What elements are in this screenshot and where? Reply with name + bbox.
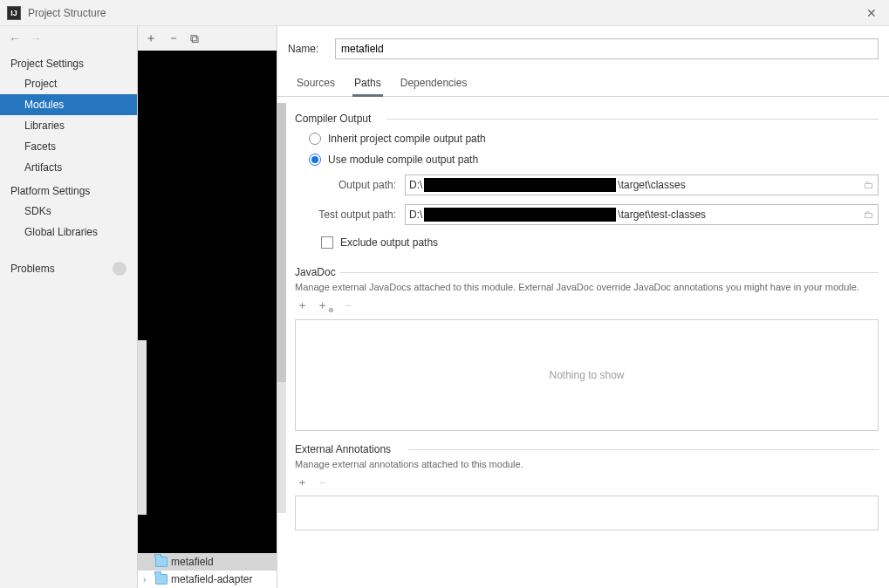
radio-inherit-label: Inherit project compile output path (328, 133, 486, 145)
javadoc-add-icon[interactable]: ＋ (297, 297, 308, 314)
scrollbar[interactable] (277, 103, 286, 513)
section-header-project-settings: Project Settings (0, 51, 137, 73)
external-annotations-section: External Annotations Manage external ann… (295, 443, 879, 530)
nav-project[interactable]: Project (0, 73, 137, 94)
nav-problems-label: Problems (10, 263, 55, 275)
tree-item-label: metafield (171, 556, 214, 568)
javadoc-desc: Manage external JavaDocs attached to thi… (295, 278, 879, 294)
name-label: Name: (288, 43, 325, 55)
test-output-path-row: Test output path: D:\ \target\test-class… (295, 200, 879, 229)
close-icon[interactable]: ✕ (861, 6, 882, 20)
exclude-output-row[interactable]: Exclude output paths (295, 229, 879, 254)
javadoc-toolbar: ＋ ＋⊕ － (295, 294, 879, 318)
remove-module-icon[interactable]: － (168, 31, 180, 46)
radio-inherit[interactable] (309, 133, 321, 145)
output-path-label: Output path: (309, 179, 396, 191)
nav-artifacts[interactable]: Artifacts (0, 157, 137, 178)
javadoc-list: Nothing to show (295, 319, 879, 431)
chevron-right-icon[interactable]: › (143, 575, 152, 585)
module-folder-icon (155, 574, 168, 585)
output-path-row: Output path: D:\ \target\classes 🗀 (295, 170, 879, 200)
redacted-path-segment (424, 208, 616, 222)
exclude-output-checkbox[interactable] (321, 236, 333, 249)
output-path-input[interactable]: D:\ \target\classes 🗀 (405, 174, 879, 195)
settings-sidebar: ← → Project Settings Project Modules Lib… (0, 26, 138, 588)
titlebar: IJ Project Structure ✕ (0, 0, 889, 26)
browse-folder-icon[interactable]: 🗀 (864, 179, 874, 191)
paths-panel: Compiler Output Inherit project compile … (277, 97, 889, 530)
extann-desc: Manage external annotations attached to … (295, 455, 879, 471)
output-path-prefix: D:\ (409, 179, 422, 191)
section-header-platform-settings: Platform Settings (0, 178, 137, 201)
test-output-path-suffix: \target\test-classes (618, 209, 706, 221)
module-name-input[interactable] (335, 38, 879, 59)
test-output-path-label: Test output path: (309, 209, 396, 221)
test-output-path-prefix: D:\ (409, 209, 422, 221)
module-tree-toolbar: ＋ － ⧉ (138, 26, 277, 51)
javadoc-empty-text: Nothing to show (549, 369, 624, 381)
redacted-area (138, 51, 277, 553)
compiler-output-title: Compiler Output (295, 113, 879, 125)
redacted-path-segment (424, 178, 616, 192)
problems-count-badge (113, 262, 127, 276)
tab-dependencies[interactable]: Dependencies (399, 73, 469, 96)
nav-history: ← → (0, 26, 137, 51)
module-tree: metafield › metafield-adapter (138, 51, 277, 588)
nav-sdks[interactable]: SDKs (0, 201, 137, 222)
nav-facets[interactable]: Facets (0, 136, 137, 157)
add-module-icon[interactable]: ＋ (145, 31, 157, 46)
javadoc-remove-icon: － (343, 297, 354, 314)
extann-remove-icon: － (317, 475, 328, 490)
window-title: Project Structure (28, 7, 861, 19)
module-detail-panel: Name: Sources Paths Dependencies Compile… (277, 26, 889, 588)
tab-paths[interactable]: Paths (352, 73, 383, 96)
module-folder-icon (155, 557, 168, 567)
test-output-path-input[interactable]: D:\ \target\test-classes 🗀 (405, 204, 879, 225)
tree-item-metafield[interactable]: metafield (138, 553, 277, 571)
main-layout: ← → Project Settings Project Modules Lib… (0, 26, 889, 588)
nav-problems[interactable]: Problems (0, 255, 137, 280)
radio-use-module-row[interactable]: Use module compile output path (295, 149, 879, 170)
nav-global-libraries[interactable]: Global Libraries (0, 222, 137, 243)
extann-list (295, 496, 879, 530)
app-logo-icon: IJ (7, 6, 21, 20)
tree-item-metafield-adapter[interactable]: › metafield-adapter (138, 571, 277, 588)
tab-sources[interactable]: Sources (295, 73, 337, 96)
scrollbar-gutter[interactable] (138, 340, 147, 515)
radio-use-module-label: Use module compile output path (328, 154, 478, 166)
javadoc-add-url-icon[interactable]: ＋⊕ (317, 297, 334, 314)
nav-modules[interactable]: Modules (0, 94, 137, 115)
module-tabs: Sources Paths Dependencies (277, 68, 889, 97)
scrollbar-thumb[interactable] (277, 103, 286, 382)
extann-toolbar: ＋ － (295, 471, 879, 494)
copy-module-icon[interactable]: ⧉ (190, 31, 199, 46)
javadoc-section: JavaDoc Manage external JavaDocs attache… (295, 266, 879, 431)
radio-inherit-row[interactable]: Inherit project compile output path (295, 128, 879, 149)
tree-item-label: metafield-adapter (171, 573, 252, 585)
back-icon[interactable]: ← (9, 31, 21, 45)
output-path-suffix: \target\classes (618, 179, 685, 191)
module-tree-panel: ＋ － ⧉ metafield › metafield-adapter (138, 26, 277, 588)
exclude-output-label: Exclude output paths (340, 236, 438, 249)
javadoc-title: JavaDoc (295, 266, 879, 278)
extann-title: External Annotations (295, 443, 879, 455)
nav-libraries[interactable]: Libraries (0, 115, 137, 136)
module-name-row: Name: (277, 26, 889, 68)
radio-use-module[interactable] (309, 154, 321, 166)
extann-add-icon[interactable]: ＋ (297, 475, 308, 490)
forward-icon: → (30, 31, 42, 45)
browse-folder-icon[interactable]: 🗀 (864, 209, 874, 221)
